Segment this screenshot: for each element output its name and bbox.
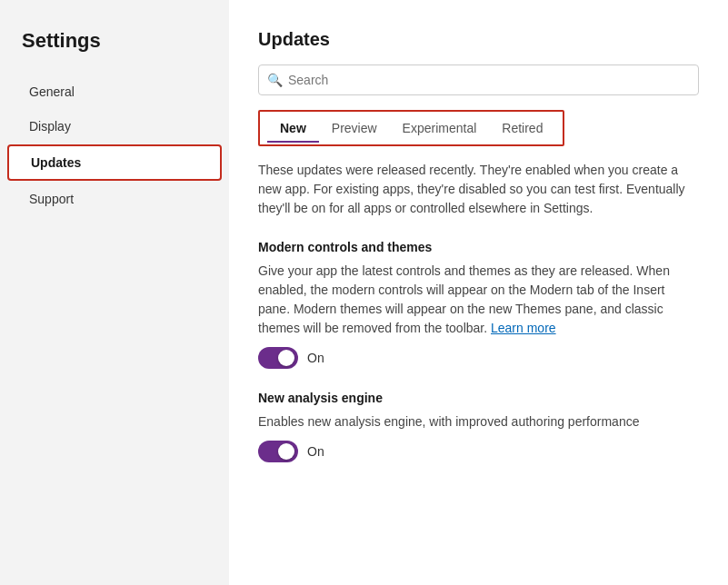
sidebar: Settings General Display Updates Support xyxy=(0,0,229,585)
page-title: Updates xyxy=(258,29,699,50)
tab-retired[interactable]: Retired xyxy=(489,115,555,143)
section-modern-controls: Modern controls and themes Give your app… xyxy=(258,240,699,369)
toggle-modern-controls[interactable] xyxy=(258,347,298,369)
section-modern-controls-desc: Give your app the latest controls and th… xyxy=(258,262,699,338)
search-input[interactable] xyxy=(258,64,699,95)
toggle-thumb-1 xyxy=(278,443,294,460)
toggle-label-0: On xyxy=(307,351,324,365)
tab-experimental[interactable]: Experimental xyxy=(390,115,490,143)
toggle-row-0: On xyxy=(258,347,699,369)
tab-preview[interactable]: Preview xyxy=(319,115,390,143)
search-container: 🔍 xyxy=(258,64,699,95)
toggle-thumb-0 xyxy=(278,350,294,366)
learn-more-link-0[interactable]: Learn more xyxy=(491,321,556,335)
toggle-track-1 xyxy=(258,441,298,462)
sidebar-item-general[interactable]: General xyxy=(7,75,222,108)
search-icon: 🔍 xyxy=(267,73,283,87)
section-new-analysis-engine: New analysis engine Enables new analysis… xyxy=(258,391,699,462)
app-title: Settings xyxy=(0,29,229,74)
toggle-track-0 xyxy=(258,347,298,369)
toggle-row-1: On xyxy=(258,441,699,462)
main-content: Updates 🔍 New Preview Experimental Retir… xyxy=(229,0,728,585)
sidebar-item-support[interactable]: Support xyxy=(7,183,222,215)
section-new-analysis-engine-desc: Enables new analysis engine, with improv… xyxy=(258,412,699,431)
section-modern-controls-title: Modern controls and themes xyxy=(258,240,699,254)
tabs-container: New Preview Experimental Retired xyxy=(258,110,564,146)
section-new-analysis-engine-title: New analysis engine xyxy=(258,391,699,405)
sidebar-item-updates[interactable]: Updates xyxy=(7,144,222,181)
tab-description: These updates were released recently. Th… xyxy=(258,161,699,218)
sidebar-item-display[interactable]: Display xyxy=(7,110,222,143)
toggle-new-analysis-engine[interactable] xyxy=(258,441,298,462)
toggle-label-1: On xyxy=(307,444,324,459)
tab-new[interactable]: New xyxy=(267,115,319,143)
